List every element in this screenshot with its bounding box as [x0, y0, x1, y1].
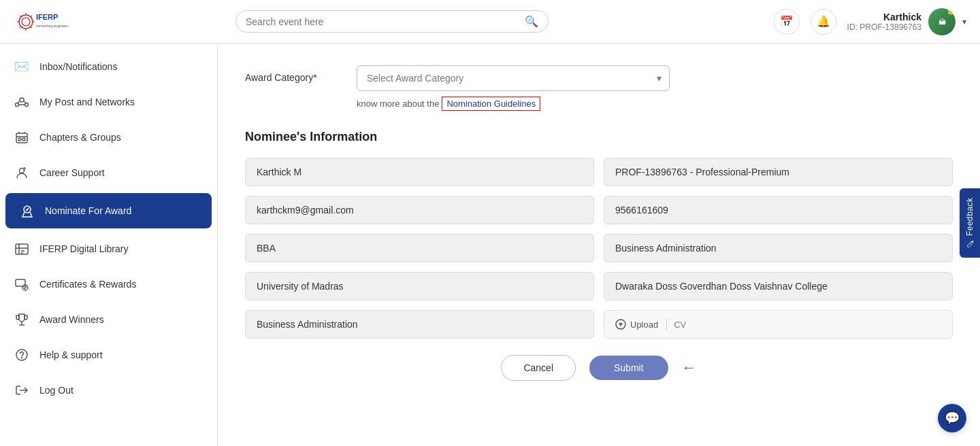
arrow-hint-icon: ← [682, 359, 697, 377]
field-cv-upload[interactable]: Upload CV [604, 310, 953, 339]
guideline-prefix: know more about the [357, 99, 439, 109]
field-email: karthckm9@gmail.com [245, 196, 594, 224]
sidebar-item-nominate[interactable]: Nominate For Award [5, 193, 212, 228]
iferp-logo: IFERP connecting engineers.. developing … [14, 7, 68, 37]
sidebar-label-inbox: Inbox/Notifications [39, 61, 117, 72]
svg-point-21 [22, 138, 25, 141]
chapters-icon [14, 129, 30, 145]
sidebar-item-help[interactable]: Help & support [0, 337, 217, 373]
sidebar-label-certificates: Certificates & Rewards [39, 279, 136, 290]
logo-area: IFERP connecting engineers.. developing … [14, 7, 225, 37]
svg-line-15 [18, 101, 19, 103]
nominees-section-title: Nominee's Information [245, 130, 953, 144]
feedback-button[interactable]: 🖊 Feedback [960, 188, 980, 258]
feedback-sidebar[interactable]: 🖊 Feedback [960, 188, 980, 258]
sidebar-label-chapters: Chapters & Groups [39, 132, 121, 143]
svg-point-1 [22, 18, 30, 26]
avatar: 🏔 👑 [928, 8, 956, 35]
award-category-row: Award Category* Select Award Category ▾ [245, 65, 953, 91]
svg-line-6 [20, 16, 21, 17]
svg-line-7 [31, 27, 33, 28]
sidebar: ✉️ Inbox/Notifications My Post and Netwo… [0, 44, 218, 446]
calendar-icon-btn[interactable]: 📅 [774, 9, 800, 35]
feedback-icon: 🖊 [966, 241, 974, 249]
field-college: Dwaraka Doss Goverdhan Doss Vaishnav Col… [604, 272, 953, 301]
guideline-row: know more about the Nomination Guideline… [357, 97, 953, 111]
chat-bubble-button[interactable]: 💬 [938, 404, 966, 432]
field-business-admin: Business Administration [245, 310, 594, 339]
notification-icon-btn[interactable]: 🔔 [811, 9, 836, 35]
main-content: Award Category* Select Award Category ▾ … [218, 44, 980, 446]
cv-label: CV [674, 320, 686, 330]
career-icon [14, 165, 30, 181]
user-id: ID: PROF-13896763 [847, 22, 921, 32]
chevron-down-icon: ▾ [962, 17, 966, 27]
sidebar-item-logout[interactable]: Log Out [0, 373, 217, 408]
field-member-id: PROF-13896763 - Professional-Premium [604, 158, 953, 186]
svg-point-14 [25, 103, 29, 107]
network-icon [14, 94, 30, 110]
svg-point-0 [19, 15, 33, 29]
sidebar-label-career: Career Support [39, 167, 105, 178]
user-name: Karthick [847, 12, 921, 22]
sidebar-label-help: Help & support [39, 349, 103, 360]
sidebar-item-career[interactable]: Career Support [0, 155, 217, 190]
svg-rect-18 [16, 133, 27, 143]
svg-point-12 [20, 98, 24, 102]
submit-button[interactable]: Submit [589, 356, 668, 380]
inbox-icon: ✉️ [14, 58, 30, 75]
header-icons: 📅 🔔 Karthick ID: PROF-13896763 🏔 👑 ▾ [774, 8, 966, 35]
sidebar-item-chapters[interactable]: Chapters & Groups [0, 120, 217, 155]
sidebar-label-mypost: My Post and Networks [39, 97, 135, 107]
calendar-icon: 📅 [780, 15, 794, 28]
field-specialization: Business Administration [604, 234, 953, 262]
svg-text:connecting engineers.. develop: connecting engineers.. developing resear… [36, 24, 68, 28]
sidebar-item-my-post[interactable]: My Post and Networks [0, 84, 217, 120]
upload-label: Upload [630, 320, 658, 330]
svg-point-30 [22, 358, 22, 358]
feedback-label: Feedback [965, 198, 975, 237]
library-icon [14, 241, 30, 257]
svg-point-29 [16, 349, 27, 360]
search-icon: 🔍 [525, 15, 538, 28]
upload-icon [615, 319, 626, 330]
logout-icon [14, 382, 30, 398]
svg-line-8 [31, 16, 33, 17]
svg-point-13 [16, 103, 19, 107]
field-phone: 9566161609 [604, 196, 953, 224]
sidebar-item-inbox[interactable]: ✉️ Inbox/Notifications [0, 49, 217, 84]
svg-text:IFERP: IFERP [36, 13, 58, 21]
crown-icon: 👑 [947, 8, 956, 15]
header: IFERP connecting engineers.. developing … [0, 0, 980, 44]
field-name: Karthick M [245, 158, 594, 186]
trophy-icon [14, 311, 30, 328]
sidebar-item-winners[interactable]: Award Winners [0, 302, 217, 337]
svg-line-16 [24, 101, 26, 103]
sidebar-item-certificates[interactable]: Certificates & Rewards [0, 267, 217, 302]
sidebar-label-winners: Award Winners [39, 314, 104, 325]
upload-button[interactable]: Upload [615, 319, 667, 330]
main-layout: ✉️ Inbox/Notifications My Post and Netwo… [0, 44, 980, 446]
sidebar-label-logout: Log Out [39, 385, 74, 396]
search-input[interactable] [246, 16, 519, 27]
user-profile[interactable]: Karthick ID: PROF-13896763 🏔 👑 ▾ [847, 8, 966, 35]
svg-line-9 [20, 27, 21, 28]
sidebar-label-library: IFERP Digital Library [39, 243, 128, 254]
nominees-form-grid: Karthick M PROF-13896763 - Professional-… [245, 158, 953, 339]
award-category-label: Award Category* [245, 65, 340, 83]
action-row: Cancel Submit ← [245, 355, 953, 381]
bell-icon: 🔔 [817, 15, 830, 28]
chat-icon: 💬 [945, 411, 960, 426]
sidebar-item-library[interactable]: IFERP Digital Library [0, 231, 217, 267]
sidebar-label-nominate: Nominate For Award [45, 205, 131, 216]
field-university: University of Madras [245, 272, 594, 301]
nomination-guidelines-link[interactable]: Nomination Guidelines [442, 97, 540, 111]
award-category-select[interactable]: Select Award Category [357, 65, 670, 91]
search-bar[interactable]: 🔍 [235, 10, 549, 33]
svg-point-20 [18, 138, 21, 141]
award-icon [19, 203, 35, 219]
field-degree: BBA [245, 234, 594, 262]
certificate-icon [14, 276, 30, 292]
award-category-select-wrapper: Select Award Category ▾ [357, 65, 670, 91]
cancel-button[interactable]: Cancel [501, 355, 576, 381]
